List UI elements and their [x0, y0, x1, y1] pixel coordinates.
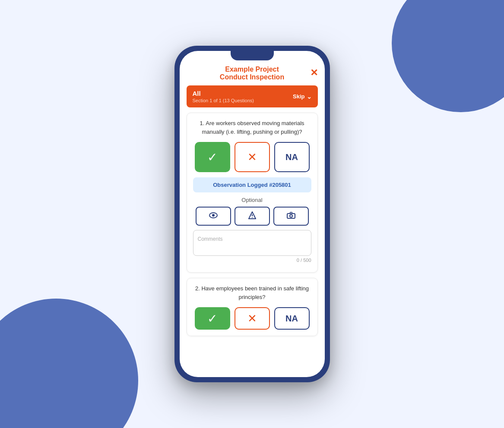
phone-notch: [231, 51, 274, 60]
eye-button[interactable]: [196, 207, 231, 226]
optional-label: Optional: [193, 197, 311, 203]
scroll-content: 1. Are workers observed moving materials…: [180, 107, 325, 377]
alert-button[interactable]: [235, 207, 270, 226]
na-label-1: NA: [285, 152, 298, 162]
answer-row-2: ✓ ✕ NA: [193, 307, 311, 330]
checkmark-icon-2: ✓: [207, 312, 217, 326]
answer-row-1: ✓ ✕ NA: [193, 142, 311, 172]
question-1-text: 1. Are workers observed moving materials…: [193, 119, 311, 136]
no-button-2[interactable]: ✕: [235, 307, 270, 330]
comments-placeholder: Comments: [198, 236, 223, 242]
checkmark-icon: ✓: [207, 150, 217, 164]
skip-label: Skip: [293, 93, 304, 100]
comments-area[interactable]: Comments: [193, 230, 311, 256]
section-subtitle: Section 1 of 1 (13 Questions): [193, 98, 254, 103]
cross-icon-2: ✕: [247, 312, 257, 325]
char-count: 0 / 500: [193, 258, 311, 263]
question-1-card: 1. Are workers observed moving materials…: [187, 113, 318, 273]
inspection-title: Conduct Inspection: [188, 73, 316, 81]
chevron-down-icon: ⌄: [307, 93, 312, 100]
question-2-card: 2. Have employees been trained in safe l…: [187, 278, 318, 336]
close-button[interactable]: ✕: [310, 67, 318, 79]
na-label-2: NA: [285, 314, 298, 324]
svg-point-1: [212, 214, 215, 217]
eye-icon: [209, 212, 218, 220]
na-button-1[interactable]: NA: [274, 142, 310, 172]
project-title: Example Project: [188, 66, 316, 73]
no-button-1[interactable]: ✕: [235, 142, 270, 172]
bg-shape-bottom-left: [0, 299, 138, 428]
question-2-text: 2. Have employees been trained in safe l…: [193, 284, 311, 301]
section-name: All: [193, 90, 254, 97]
phone-screen: Example Project Conduct Inspection ✕ All…: [180, 51, 325, 377]
cross-icon: ✕: [247, 151, 257, 164]
svg-point-3: [252, 217, 253, 218]
section-skip-button[interactable]: Skip ⌄: [293, 93, 311, 100]
phone-frame: Example Project Conduct Inspection ✕ All…: [174, 46, 330, 382]
na-button-2[interactable]: NA: [274, 307, 310, 330]
yes-button-1[interactable]: ✓: [195, 142, 230, 172]
yes-button-2[interactable]: ✓: [195, 307, 230, 330]
camera-icon: [287, 212, 295, 221]
observation-logged: Observation Logged #205801: [193, 177, 311, 192]
svg-point-5: [290, 214, 292, 217]
app-header: Example Project Conduct Inspection ✕: [180, 60, 325, 85]
bg-shape-top-right: [392, 0, 504, 112]
section-info: All Section 1 of 1 (13 Questions): [193, 90, 254, 103]
camera-button[interactable]: [273, 207, 309, 226]
section-bar: All Section 1 of 1 (13 Questions) Skip ⌄: [187, 85, 318, 107]
action-row: [193, 207, 311, 226]
alert-icon: [248, 211, 256, 221]
